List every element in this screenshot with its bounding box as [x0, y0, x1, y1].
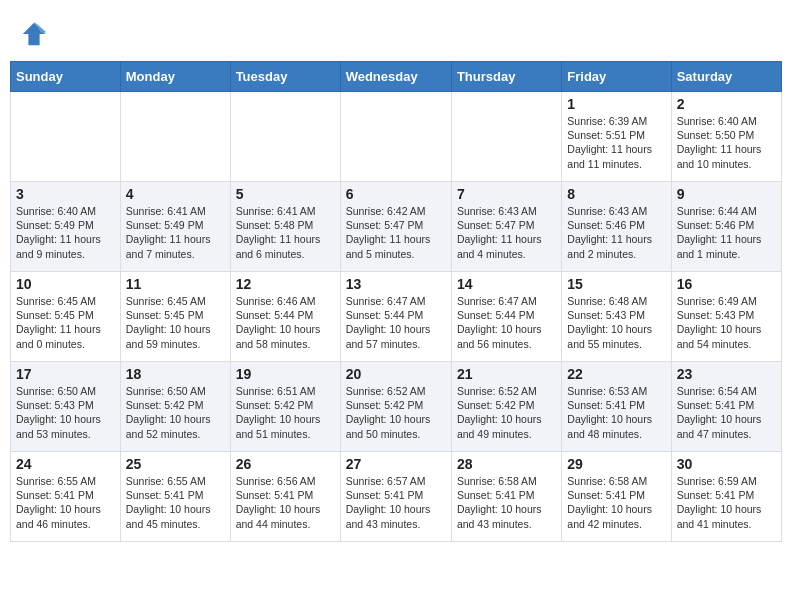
- calendar-day-header: Wednesday: [340, 62, 451, 92]
- calendar-day-cell: 9Sunrise: 6:44 AMSunset: 5:46 PMDaylight…: [671, 182, 781, 272]
- calendar-day-cell: 24Sunrise: 6:55 AMSunset: 5:41 PMDayligh…: [11, 452, 121, 542]
- page-header: [10, 10, 782, 53]
- calendar-day-cell: 10Sunrise: 6:45 AMSunset: 5:45 PMDayligh…: [11, 272, 121, 362]
- calendar-day-cell: [230, 92, 340, 182]
- day-info: Sunrise: 6:52 AMSunset: 5:42 PMDaylight:…: [346, 384, 446, 441]
- day-number: 22: [567, 366, 665, 382]
- calendar-day-cell: 27Sunrise: 6:57 AMSunset: 5:41 PMDayligh…: [340, 452, 451, 542]
- day-number: 21: [457, 366, 556, 382]
- calendar-day-header: Sunday: [11, 62, 121, 92]
- day-number: 19: [236, 366, 335, 382]
- calendar-day-cell: 26Sunrise: 6:56 AMSunset: 5:41 PMDayligh…: [230, 452, 340, 542]
- day-number: 20: [346, 366, 446, 382]
- calendar-day-cell: 21Sunrise: 6:52 AMSunset: 5:42 PMDayligh…: [451, 362, 561, 452]
- calendar-day-cell: 7Sunrise: 6:43 AMSunset: 5:47 PMDaylight…: [451, 182, 561, 272]
- calendar-day-cell: 6Sunrise: 6:42 AMSunset: 5:47 PMDaylight…: [340, 182, 451, 272]
- calendar-day-cell: 2Sunrise: 6:40 AMSunset: 5:50 PMDaylight…: [671, 92, 781, 182]
- day-info: Sunrise: 6:44 AMSunset: 5:46 PMDaylight:…: [677, 204, 776, 261]
- calendar-day-header: Friday: [562, 62, 671, 92]
- day-number: 8: [567, 186, 665, 202]
- calendar-day-header: Monday: [120, 62, 230, 92]
- calendar-day-cell: [451, 92, 561, 182]
- day-info: Sunrise: 6:58 AMSunset: 5:41 PMDaylight:…: [457, 474, 556, 531]
- day-number: 2: [677, 96, 776, 112]
- calendar-day-cell: 28Sunrise: 6:58 AMSunset: 5:41 PMDayligh…: [451, 452, 561, 542]
- day-info: Sunrise: 6:49 AMSunset: 5:43 PMDaylight:…: [677, 294, 776, 351]
- calendar-day-cell: 5Sunrise: 6:41 AMSunset: 5:48 PMDaylight…: [230, 182, 340, 272]
- day-info: Sunrise: 6:47 AMSunset: 5:44 PMDaylight:…: [346, 294, 446, 351]
- calendar-week-row: 3Sunrise: 6:40 AMSunset: 5:49 PMDaylight…: [11, 182, 782, 272]
- day-number: 11: [126, 276, 225, 292]
- calendar-day-cell: 17Sunrise: 6:50 AMSunset: 5:43 PMDayligh…: [11, 362, 121, 452]
- day-number: 17: [16, 366, 115, 382]
- day-number: 30: [677, 456, 776, 472]
- day-info: Sunrise: 6:45 AMSunset: 5:45 PMDaylight:…: [16, 294, 115, 351]
- day-number: 7: [457, 186, 556, 202]
- day-info: Sunrise: 6:53 AMSunset: 5:41 PMDaylight:…: [567, 384, 665, 441]
- calendar-day-cell: 4Sunrise: 6:41 AMSunset: 5:49 PMDaylight…: [120, 182, 230, 272]
- calendar-day-header: Thursday: [451, 62, 561, 92]
- day-info: Sunrise: 6:52 AMSunset: 5:42 PMDaylight:…: [457, 384, 556, 441]
- calendar-day-cell: 16Sunrise: 6:49 AMSunset: 5:43 PMDayligh…: [671, 272, 781, 362]
- day-number: 13: [346, 276, 446, 292]
- calendar-day-cell: 22Sunrise: 6:53 AMSunset: 5:41 PMDayligh…: [562, 362, 671, 452]
- day-info: Sunrise: 6:59 AMSunset: 5:41 PMDaylight:…: [677, 474, 776, 531]
- logo: [20, 20, 52, 48]
- calendar-header-row: SundayMondayTuesdayWednesdayThursdayFrid…: [11, 62, 782, 92]
- day-number: 18: [126, 366, 225, 382]
- day-number: 28: [457, 456, 556, 472]
- day-number: 26: [236, 456, 335, 472]
- day-info: Sunrise: 6:57 AMSunset: 5:41 PMDaylight:…: [346, 474, 446, 531]
- svg-marker-0: [23, 23, 45, 45]
- calendar-day-header: Tuesday: [230, 62, 340, 92]
- calendar-day-header: Saturday: [671, 62, 781, 92]
- calendar-table: SundayMondayTuesdayWednesdayThursdayFrid…: [10, 61, 782, 542]
- calendar-day-cell: 1Sunrise: 6:39 AMSunset: 5:51 PMDaylight…: [562, 92, 671, 182]
- calendar-day-cell: 14Sunrise: 6:47 AMSunset: 5:44 PMDayligh…: [451, 272, 561, 362]
- day-number: 1: [567, 96, 665, 112]
- calendar-day-cell: 19Sunrise: 6:51 AMSunset: 5:42 PMDayligh…: [230, 362, 340, 452]
- day-number: 9: [677, 186, 776, 202]
- calendar-day-cell: 25Sunrise: 6:55 AMSunset: 5:41 PMDayligh…: [120, 452, 230, 542]
- day-number: 6: [346, 186, 446, 202]
- day-info: Sunrise: 6:39 AMSunset: 5:51 PMDaylight:…: [567, 114, 665, 171]
- day-info: Sunrise: 6:41 AMSunset: 5:48 PMDaylight:…: [236, 204, 335, 261]
- day-info: Sunrise: 6:54 AMSunset: 5:41 PMDaylight:…: [677, 384, 776, 441]
- day-number: 15: [567, 276, 665, 292]
- calendar-week-row: 1Sunrise: 6:39 AMSunset: 5:51 PMDaylight…: [11, 92, 782, 182]
- day-info: Sunrise: 6:50 AMSunset: 5:42 PMDaylight:…: [126, 384, 225, 441]
- day-number: 16: [677, 276, 776, 292]
- calendar-day-cell: 23Sunrise: 6:54 AMSunset: 5:41 PMDayligh…: [671, 362, 781, 452]
- day-info: Sunrise: 6:55 AMSunset: 5:41 PMDaylight:…: [126, 474, 225, 531]
- day-info: Sunrise: 6:46 AMSunset: 5:44 PMDaylight:…: [236, 294, 335, 351]
- day-number: 25: [126, 456, 225, 472]
- day-number: 27: [346, 456, 446, 472]
- day-info: Sunrise: 6:43 AMSunset: 5:46 PMDaylight:…: [567, 204, 665, 261]
- day-info: Sunrise: 6:45 AMSunset: 5:45 PMDaylight:…: [126, 294, 225, 351]
- day-number: 29: [567, 456, 665, 472]
- day-info: Sunrise: 6:51 AMSunset: 5:42 PMDaylight:…: [236, 384, 335, 441]
- calendar-day-cell: 11Sunrise: 6:45 AMSunset: 5:45 PMDayligh…: [120, 272, 230, 362]
- logo-icon: [20, 20, 48, 48]
- calendar-day-cell: 29Sunrise: 6:58 AMSunset: 5:41 PMDayligh…: [562, 452, 671, 542]
- day-number: 5: [236, 186, 335, 202]
- day-info: Sunrise: 6:56 AMSunset: 5:41 PMDaylight:…: [236, 474, 335, 531]
- day-number: 10: [16, 276, 115, 292]
- calendar-day-cell: [120, 92, 230, 182]
- day-number: 4: [126, 186, 225, 202]
- day-info: Sunrise: 6:40 AMSunset: 5:49 PMDaylight:…: [16, 204, 115, 261]
- day-info: Sunrise: 6:55 AMSunset: 5:41 PMDaylight:…: [16, 474, 115, 531]
- calendar-week-row: 17Sunrise: 6:50 AMSunset: 5:43 PMDayligh…: [11, 362, 782, 452]
- day-number: 12: [236, 276, 335, 292]
- day-number: 24: [16, 456, 115, 472]
- calendar-day-cell: 18Sunrise: 6:50 AMSunset: 5:42 PMDayligh…: [120, 362, 230, 452]
- calendar-day-cell: 13Sunrise: 6:47 AMSunset: 5:44 PMDayligh…: [340, 272, 451, 362]
- day-number: 14: [457, 276, 556, 292]
- calendar-week-row: 10Sunrise: 6:45 AMSunset: 5:45 PMDayligh…: [11, 272, 782, 362]
- calendar-day-cell: 30Sunrise: 6:59 AMSunset: 5:41 PMDayligh…: [671, 452, 781, 542]
- day-info: Sunrise: 6:58 AMSunset: 5:41 PMDaylight:…: [567, 474, 665, 531]
- calendar-day-cell: 12Sunrise: 6:46 AMSunset: 5:44 PMDayligh…: [230, 272, 340, 362]
- day-info: Sunrise: 6:50 AMSunset: 5:43 PMDaylight:…: [16, 384, 115, 441]
- calendar-week-row: 24Sunrise: 6:55 AMSunset: 5:41 PMDayligh…: [11, 452, 782, 542]
- day-info: Sunrise: 6:41 AMSunset: 5:49 PMDaylight:…: [126, 204, 225, 261]
